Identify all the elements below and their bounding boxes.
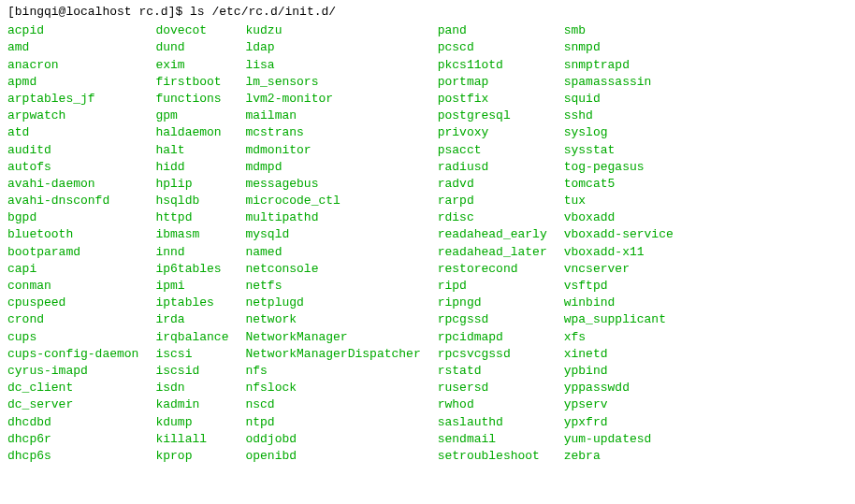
ls-entry: radiusd <box>438 159 547 176</box>
ls-entry: dc_server <box>7 396 138 413</box>
ls-entry: snmptrapd <box>564 57 674 74</box>
ls-entry: postgresql <box>438 108 547 124</box>
ls-entry: dhcp6s <box>7 448 138 465</box>
ls-entry: dhcp6r <box>7 431 138 448</box>
ls-entry: nscd <box>245 396 420 413</box>
ls-entry: innd <box>155 244 228 261</box>
ls-entry: avahi-daemon <box>7 176 138 193</box>
ls-entry: rwhod <box>438 396 547 413</box>
ls-entry: wpa_supplicant <box>564 311 674 328</box>
ls-entry: winbind <box>564 295 674 311</box>
ls-entry: irqbalance <box>155 329 228 346</box>
ls-entry: netplugd <box>245 295 420 311</box>
ls-entry: yppasswdd <box>564 380 674 396</box>
ls-entry: tux <box>564 193 674 209</box>
ls-entry: xfs <box>564 329 674 346</box>
ls-entry: rusersd <box>438 380 547 396</box>
ls-entry: kudzu <box>245 22 420 39</box>
ls-entry: mysqld <box>245 226 420 243</box>
ls-entry: ip6tables <box>155 261 228 278</box>
ls-entry: readahead_later <box>438 244 547 261</box>
ls-entry: openibd <box>245 448 420 465</box>
ls-entry: lisa <box>245 57 420 74</box>
ls-column-1: dovecotdundeximfirstbootfunctionsgpmhald… <box>155 22 228 465</box>
ls-entry: rstatd <box>438 363 547 380</box>
ls-entry: atd <box>7 124 138 141</box>
ls-entry: multipathd <box>245 209 420 226</box>
ls-entry: cups-config-daemon <box>7 346 138 363</box>
ls-entry: arptables_jf <box>7 91 138 108</box>
ls-entry: rpcsvcgssd <box>438 346 547 363</box>
ls-entry: vboxadd <box>564 209 674 226</box>
ls-entry: dovecot <box>155 22 228 39</box>
ls-entry: portmap <box>438 74 547 91</box>
ls-entry: psacct <box>438 142 547 159</box>
ls-entry: NetworkManager <box>245 329 420 346</box>
ls-entry: ldap <box>245 39 420 56</box>
ls-entry: avahi-dnsconfd <box>7 193 138 209</box>
ls-entry: mcstrans <box>245 124 420 141</box>
ls-entry: readahead_early <box>438 226 547 243</box>
ls-entry: zebra <box>564 448 674 465</box>
ls-entry: amd <box>7 39 138 56</box>
ls-entry: conman <box>7 278 138 295</box>
ls-entry: ripngd <box>438 295 547 311</box>
ls-entry: rarpd <box>438 193 547 209</box>
ls-entry: dhcdbd <box>7 414 138 431</box>
ls-entry: bootparamd <box>7 244 138 261</box>
ls-entry: sysstat <box>564 142 674 159</box>
ls-column-0: acpidamdanacronapmdarptables_jfarpwatcha… <box>7 22 138 465</box>
ls-entry: bluetooth <box>7 226 138 243</box>
ls-entry: haldaemon <box>155 124 228 141</box>
ls-entry: ypxfrd <box>564 414 674 431</box>
ls-entry: network <box>245 311 420 328</box>
ls-column-4: smbsnmpdsnmptrapdspamassassinsquidsshdsy… <box>564 22 674 465</box>
ls-entry: irda <box>155 311 228 328</box>
prompt-symbol: $ <box>175 5 182 19</box>
ls-entry: NetworkManagerDispatcher <box>245 346 420 363</box>
ls-entry: yum-updatesd <box>564 431 674 448</box>
ls-entry: cups <box>7 329 138 346</box>
ls-entry: capi <box>7 261 138 278</box>
ls-entry: httpd <box>155 209 228 226</box>
ls-entry: netfs <box>245 278 420 295</box>
ls-entry: rpcgssd <box>438 311 547 328</box>
ls-entry: acpid <box>7 22 138 39</box>
ls-entry: halt <box>155 142 228 159</box>
ls-entry: hsqldb <box>155 193 228 209</box>
ls-entry: iscsid <box>155 363 228 380</box>
ls-entry: kdump <box>155 414 228 431</box>
ls-entry: bgpd <box>7 209 138 226</box>
ls-entry: vsftpd <box>564 278 674 295</box>
ls-entry: exim <box>155 57 228 74</box>
ls-entry: ntpd <box>245 414 420 431</box>
ls-entry: nfslock <box>245 380 420 396</box>
ls-entry: syslog <box>564 124 674 141</box>
ls-entry: netconsole <box>245 261 420 278</box>
ls-entry: oddjobd <box>245 431 420 448</box>
ls-entry: gpm <box>155 108 228 124</box>
ls-entry: xinetd <box>564 346 674 363</box>
ls-entry: sendmail <box>438 431 547 448</box>
ls-entry: setroubleshoot <box>438 448 547 465</box>
prompt-command: ls /etc/rc.d/init.d/ <box>190 5 336 19</box>
ls-entry: postfix <box>438 91 547 108</box>
ls-entry: pand <box>438 22 547 39</box>
ls-entry: pkcs11otd <box>438 57 547 74</box>
ls-entry: functions <box>155 91 228 108</box>
ls-entry: firstboot <box>155 74 228 91</box>
ls-entry: squid <box>564 91 674 108</box>
ls-entry: mdmpd <box>245 159 420 176</box>
ls-column-3: pandpcscdpkcs11otdportmappostfixpostgres… <box>438 22 547 465</box>
ls-entry: vncserver <box>564 261 674 278</box>
ls-entry: restorecond <box>438 261 547 278</box>
ls-entry: messagebus <box>245 176 420 193</box>
ls-entry: spamassassin <box>564 74 674 91</box>
ls-entry: lvm2-monitor <box>245 91 420 108</box>
ls-entry: isdn <box>155 380 228 396</box>
ls-entry: dc_client <box>7 380 138 396</box>
ls-entry: sshd <box>564 108 674 124</box>
ls-entry: saslauthd <box>438 414 547 431</box>
ls-entry: iptables <box>155 295 228 311</box>
ls-entry: mailman <box>245 108 420 124</box>
